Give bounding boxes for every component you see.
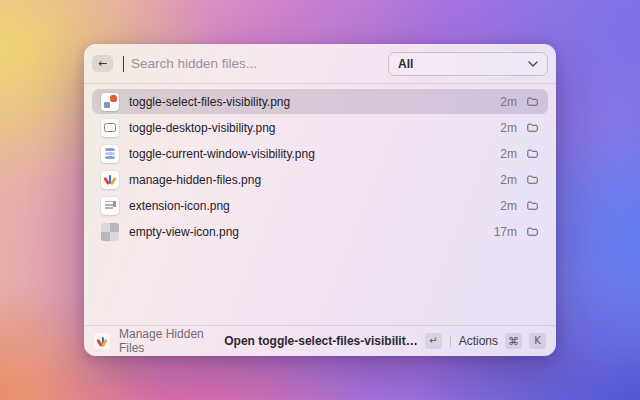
file-name: manage-hidden-files.png	[129, 173, 261, 187]
filter-dropdown[interactable]: All	[388, 52, 548, 76]
window-stack-thumbnail-icon	[101, 145, 119, 163]
file-modified-time: 2m	[500, 121, 517, 135]
search-header: ← All	[84, 44, 556, 84]
file-row[interactable]: extension-icon.png 2m	[92, 193, 548, 218]
footer-extension-info: Manage Hidden Files	[94, 327, 216, 355]
select-files-thumbnail-icon	[101, 93, 119, 111]
folder-icon	[526, 95, 539, 108]
empty-view-thumbnail-icon	[101, 223, 119, 241]
enter-key-icon: ↵	[425, 333, 442, 349]
launcher-window: ← All toggle-select-files-visibility.png…	[84, 44, 556, 356]
file-row[interactable]: empty-view-icon.png 17m	[92, 219, 548, 244]
back-arrow-icon: ←	[98, 58, 107, 69]
file-row[interactable]: toggle-select-files-visibility.png 2m	[92, 89, 548, 114]
primary-action-button[interactable]: Open toggle-select-files-visibilit… ↵	[224, 333, 441, 349]
extension-name-label: Manage Hidden Files	[119, 327, 216, 355]
text-caret	[123, 56, 124, 72]
file-modified-time: 2m	[500, 199, 517, 213]
hidden-files-extension-logo-icon	[94, 333, 110, 349]
extension-thumbnail-icon	[101, 197, 119, 215]
desktop-thumbnail-icon	[101, 119, 119, 137]
file-modified-time: 2m	[500, 173, 517, 187]
primary-action-label: Open toggle-select-files-visibilit…	[224, 334, 417, 348]
file-row[interactable]: toggle-desktop-visibility.png 2m	[92, 115, 548, 140]
file-name: toggle-select-files-visibility.png	[129, 95, 290, 109]
hidden-files-thumbnail-icon	[101, 171, 119, 189]
file-list: toggle-select-files-visibility.png 2m to…	[84, 84, 556, 325]
k-key-icon: K	[529, 333, 546, 349]
folder-icon	[526, 121, 539, 134]
footer-divider	[450, 336, 451, 347]
back-button[interactable]: ←	[92, 55, 113, 72]
filter-selected-value: All	[398, 57, 413, 71]
folder-icon	[526, 225, 539, 238]
file-name: empty-view-icon.png	[129, 225, 239, 239]
file-modified-time: 2m	[500, 147, 517, 161]
actions-button[interactable]: Actions ⌘ K	[459, 333, 546, 349]
command-key-icon: ⌘	[505, 333, 522, 349]
folder-icon	[526, 173, 539, 186]
footer-bar: Manage Hidden Files Open toggle-select-f…	[84, 325, 556, 356]
actions-label: Actions	[459, 334, 498, 348]
file-modified-time: 2m	[500, 95, 517, 109]
folder-icon	[526, 147, 539, 160]
file-row[interactable]: toggle-current-window-visibility.png 2m	[92, 141, 548, 166]
file-name: toggle-current-window-visibility.png	[129, 147, 315, 161]
file-row[interactable]: manage-hidden-files.png 2m	[92, 167, 548, 192]
search-input[interactable]	[131, 56, 381, 71]
chevron-down-icon	[528, 61, 538, 67]
file-modified-time: 17m	[494, 225, 517, 239]
file-name: toggle-desktop-visibility.png	[129, 121, 276, 135]
file-name: extension-icon.png	[129, 199, 230, 213]
folder-icon	[526, 199, 539, 212]
